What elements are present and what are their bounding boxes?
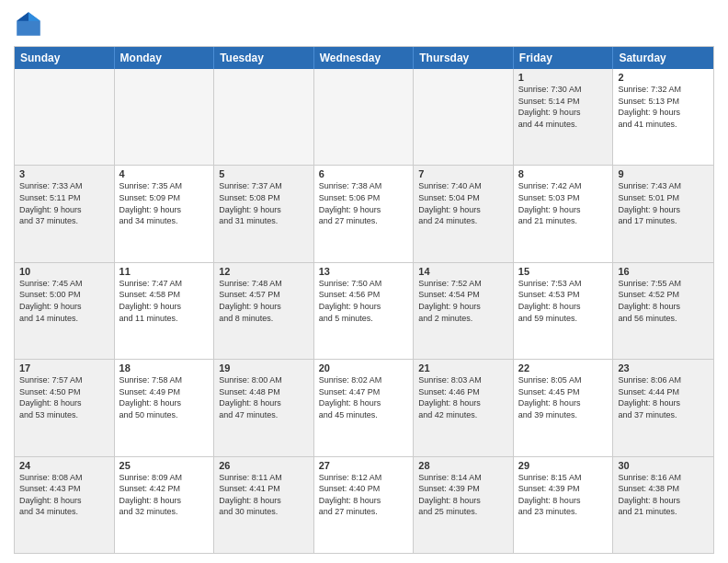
day-cell-4: 4Sunrise: 7:35 AM Sunset: 5:09 PM Daylig…	[115, 166, 215, 261]
calendar-row-2: 3Sunrise: 7:33 AM Sunset: 5:11 PM Daylig…	[15, 166, 713, 262]
calendar-body: 1Sunrise: 7:30 AM Sunset: 5:14 PM Daylig…	[15, 69, 713, 553]
weekday-header-monday: Monday	[115, 47, 215, 69]
day-info: Sunrise: 8:00 AM Sunset: 4:48 PM Dayligh…	[219, 374, 309, 420]
day-number: 16	[618, 266, 709, 277]
day-cell-27: 27Sunrise: 8:12 AM Sunset: 4:40 PM Dayli…	[314, 457, 415, 553]
weekday-header-friday: Friday	[514, 47, 614, 69]
day-cell-9: 9Sunrise: 7:43 AM Sunset: 5:01 PM Daylig…	[613, 166, 713, 261]
weekday-header-sunday: Sunday	[15, 47, 115, 69]
day-number: 29	[518, 460, 609, 471]
empty-cell	[214, 69, 314, 165]
day-cell-8: 8Sunrise: 7:42 AM Sunset: 5:03 PM Daylig…	[514, 166, 614, 261]
day-info: Sunrise: 7:57 AM Sunset: 4:50 PM Dayligh…	[19, 374, 109, 420]
day-cell-29: 29Sunrise: 8:15 AM Sunset: 4:39 PM Dayli…	[514, 457, 614, 553]
day-cell-6: 6Sunrise: 7:38 AM Sunset: 5:06 PM Daylig…	[314, 166, 415, 261]
day-info: Sunrise: 8:14 AM Sunset: 4:39 PM Dayligh…	[418, 472, 508, 518]
day-info: Sunrise: 7:32 AM Sunset: 5:13 PM Dayligh…	[618, 84, 709, 130]
day-cell-28: 28Sunrise: 8:14 AM Sunset: 4:39 PM Dayli…	[414, 457, 514, 553]
day-info: Sunrise: 8:03 AM Sunset: 4:46 PM Dayligh…	[418, 374, 508, 420]
calendar-row-4: 17Sunrise: 7:57 AM Sunset: 4:50 PM Dayli…	[15, 360, 713, 456]
day-info: Sunrise: 7:38 AM Sunset: 5:06 PM Dayligh…	[319, 180, 409, 226]
day-number: 11	[119, 266, 210, 277]
logo-icon	[14, 9, 43, 39]
header	[14, 9, 714, 39]
day-info: Sunrise: 8:02 AM Sunset: 4:47 PM Dayligh…	[319, 374, 409, 420]
day-cell-7: 7Sunrise: 7:40 AM Sunset: 5:04 PM Daylig…	[414, 166, 514, 261]
empty-cell	[115, 69, 215, 165]
calendar-row-1: 1Sunrise: 7:30 AM Sunset: 5:14 PM Daylig…	[15, 69, 713, 166]
empty-cell	[314, 69, 415, 165]
day-info: Sunrise: 7:35 AM Sunset: 5:09 PM Dayligh…	[119, 180, 210, 226]
day-cell-12: 12Sunrise: 7:48 AM Sunset: 4:57 PM Dayli…	[214, 263, 314, 359]
day-info: Sunrise: 7:52 AM Sunset: 4:54 PM Dayligh…	[418, 278, 508, 324]
day-number: 20	[319, 362, 409, 373]
day-number: 23	[618, 362, 709, 373]
calendar-header: SundayMondayTuesdayWednesdayThursdayFrid…	[15, 47, 713, 69]
day-number: 18	[119, 362, 210, 373]
day-number: 30	[618, 460, 709, 471]
day-number: 26	[219, 460, 309, 471]
day-info: Sunrise: 7:37 AM Sunset: 5:08 PM Dayligh…	[219, 180, 309, 226]
weekday-header-wednesday: Wednesday	[314, 47, 415, 69]
day-info: Sunrise: 8:12 AM Sunset: 4:40 PM Dayligh…	[319, 472, 409, 518]
day-cell-20: 20Sunrise: 8:02 AM Sunset: 4:47 PM Dayli…	[314, 360, 415, 455]
day-info: Sunrise: 8:08 AM Sunset: 4:43 PM Dayligh…	[19, 472, 109, 518]
day-info: Sunrise: 7:42 AM Sunset: 5:03 PM Dayligh…	[518, 180, 609, 226]
day-number: 21	[418, 362, 508, 373]
day-cell-11: 11Sunrise: 7:47 AM Sunset: 4:58 PM Dayli…	[115, 263, 215, 359]
day-number: 5	[219, 168, 309, 179]
day-info: Sunrise: 8:05 AM Sunset: 4:45 PM Dayligh…	[518, 374, 609, 420]
day-number: 10	[19, 266, 109, 277]
day-number: 8	[518, 168, 609, 179]
day-cell-22: 22Sunrise: 8:05 AM Sunset: 4:45 PM Dayli…	[514, 360, 614, 455]
day-number: 6	[319, 168, 409, 179]
day-cell-15: 15Sunrise: 7:53 AM Sunset: 4:53 PM Dayli…	[514, 263, 614, 359]
day-number: 27	[319, 460, 409, 471]
day-number: 24	[19, 460, 109, 471]
day-info: Sunrise: 7:33 AM Sunset: 5:11 PM Dayligh…	[19, 180, 109, 226]
day-cell-16: 16Sunrise: 7:55 AM Sunset: 4:52 PM Dayli…	[613, 263, 713, 359]
day-cell-5: 5Sunrise: 7:37 AM Sunset: 5:08 PM Daylig…	[214, 166, 314, 261]
day-cell-24: 24Sunrise: 8:08 AM Sunset: 4:43 PM Dayli…	[15, 457, 115, 553]
day-cell-18: 18Sunrise: 7:58 AM Sunset: 4:49 PM Dayli…	[115, 360, 215, 455]
day-cell-1: 1Sunrise: 7:30 AM Sunset: 5:14 PM Daylig…	[514, 69, 614, 165]
day-number: 13	[319, 266, 409, 277]
day-number: 4	[119, 168, 210, 179]
logo	[14, 9, 47, 39]
day-number: 2	[618, 72, 709, 83]
day-number: 25	[119, 460, 210, 471]
day-number: 19	[219, 362, 309, 373]
day-number: 12	[219, 266, 309, 277]
day-cell-13: 13Sunrise: 7:50 AM Sunset: 4:56 PM Dayli…	[314, 263, 415, 359]
day-number: 15	[518, 266, 609, 277]
day-info: Sunrise: 7:53 AM Sunset: 4:53 PM Dayligh…	[518, 278, 609, 324]
day-cell-23: 23Sunrise: 8:06 AM Sunset: 4:44 PM Dayli…	[613, 360, 713, 455]
weekday-header-saturday: Saturday	[613, 47, 713, 69]
day-cell-3: 3Sunrise: 7:33 AM Sunset: 5:11 PM Daylig…	[15, 166, 115, 261]
day-cell-10: 10Sunrise: 7:45 AM Sunset: 5:00 PM Dayli…	[15, 263, 115, 359]
day-info: Sunrise: 8:06 AM Sunset: 4:44 PM Dayligh…	[618, 374, 709, 420]
day-number: 17	[19, 362, 109, 373]
day-info: Sunrise: 8:09 AM Sunset: 4:42 PM Dayligh…	[119, 472, 210, 518]
day-number: 1	[518, 72, 609, 83]
weekday-header-tuesday: Tuesday	[214, 47, 314, 69]
day-cell-19: 19Sunrise: 8:00 AM Sunset: 4:48 PM Dayli…	[214, 360, 314, 455]
day-info: Sunrise: 7:47 AM Sunset: 4:58 PM Dayligh…	[119, 278, 210, 324]
day-cell-26: 26Sunrise: 8:11 AM Sunset: 4:41 PM Dayli…	[214, 457, 314, 553]
day-number: 22	[518, 362, 609, 373]
day-number: 28	[418, 460, 508, 471]
day-cell-25: 25Sunrise: 8:09 AM Sunset: 4:42 PM Dayli…	[115, 457, 215, 553]
day-cell-14: 14Sunrise: 7:52 AM Sunset: 4:54 PM Dayli…	[414, 263, 514, 359]
day-cell-21: 21Sunrise: 8:03 AM Sunset: 4:46 PM Dayli…	[414, 360, 514, 455]
day-number: 9	[618, 168, 709, 179]
weekday-header-thursday: Thursday	[414, 47, 514, 69]
calendar-row-5: 24Sunrise: 8:08 AM Sunset: 4:43 PM Dayli…	[15, 457, 713, 553]
empty-cell	[15, 69, 115, 165]
day-info: Sunrise: 7:40 AM Sunset: 5:04 PM Dayligh…	[418, 180, 508, 226]
day-info: Sunrise: 7:55 AM Sunset: 4:52 PM Dayligh…	[618, 278, 709, 324]
calendar-row-3: 10Sunrise: 7:45 AM Sunset: 5:00 PM Dayli…	[15, 263, 713, 360]
svg-marker-1	[28, 12, 40, 21]
page: SundayMondayTuesdayWednesdayThursdayFrid…	[0, 0, 728, 563]
calendar: SundayMondayTuesdayWednesdayThursdayFrid…	[14, 46, 714, 554]
day-info: Sunrise: 7:30 AM Sunset: 5:14 PM Dayligh…	[518, 84, 609, 130]
